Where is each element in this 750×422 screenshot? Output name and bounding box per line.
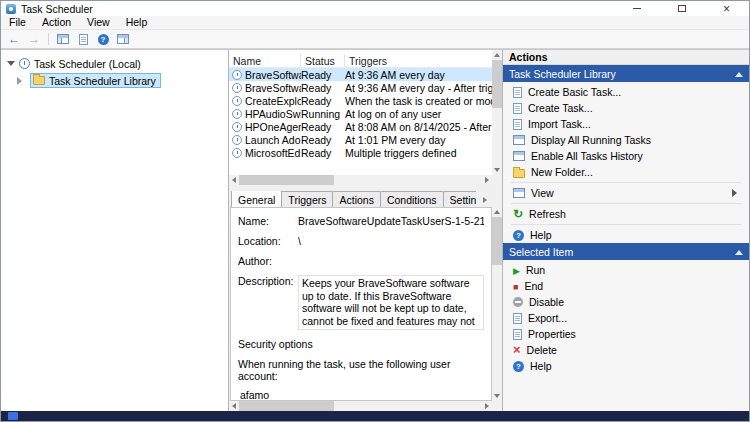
action-run[interactable]: Run (503, 262, 749, 278)
titlebar: Task Scheduler (1, 1, 749, 16)
back-button[interactable] (5, 31, 23, 47)
menu-help[interactable]: Help (118, 16, 156, 29)
task-icon (232, 109, 242, 119)
action-import-task[interactable]: Import Task... (503, 116, 749, 132)
table-row[interactable]: CreateExplor... Ready When the task is c… (229, 94, 492, 107)
action-display-all-running-tasks[interactable]: Display All Running Tasks (503, 132, 749, 148)
task-name: HPOneAgen... (245, 121, 301, 133)
action-disable[interactable]: Disable (503, 294, 749, 310)
section-header-task-scheduler-library[interactable]: Task Scheduler Library (503, 65, 749, 82)
section-header-selected-item[interactable]: Selected Item (503, 243, 749, 260)
details-horizontal-scrollbar[interactable] (229, 401, 492, 411)
task-status: Ready (301, 134, 345, 146)
action-refresh[interactable]: Refresh (503, 206, 749, 222)
maximize-button[interactable] (659, 1, 704, 16)
task-status: Ready (301, 147, 345, 159)
menu-view[interactable]: View (79, 16, 118, 29)
scroll-up-button[interactable] (492, 207, 502, 217)
forward-button[interactable] (25, 31, 43, 47)
details-vertical-scrollbar[interactable] (492, 207, 502, 401)
menu-action[interactable]: Action (34, 16, 79, 29)
task-scheduler-window: Task Scheduler File Action View Help Tas… (0, 0, 750, 422)
scrollbar-thumb[interactable] (239, 175, 334, 185)
scrollbar-thumb[interactable] (492, 217, 502, 265)
tab-general[interactable]: General (231, 191, 282, 207)
task-scheduler-icon (19, 58, 30, 69)
action-properties[interactable]: Properties (503, 326, 749, 342)
tree-selection[interactable]: Task Scheduler Library (30, 73, 161, 88)
actions-pane-title: Actions (503, 50, 749, 65)
tab-actions[interactable]: Actions (332, 191, 380, 207)
task-icon (232, 148, 242, 158)
menu-file[interactable]: File (1, 16, 34, 29)
actions-separator (511, 224, 741, 225)
action-new-folder[interactable]: New Folder... (503, 164, 749, 180)
action-label: Display All Running Tasks (531, 134, 651, 146)
action-end[interactable]: End (503, 278, 749, 294)
import-task-icon (513, 119, 522, 130)
scroll-down-button[interactable] (492, 165, 502, 175)
action-label: Create Task... (528, 102, 593, 114)
table-row[interactable]: MicrosoftEd... Ready Multiple triggers d… (229, 146, 492, 159)
scroll-up-button[interactable] (492, 50, 502, 60)
scroll-right-button[interactable] (482, 175, 492, 185)
export-list-button[interactable] (74, 31, 92, 47)
action-create-basic-task[interactable]: Create Basic Task... (503, 84, 749, 100)
tab-conditions[interactable]: Conditions (380, 191, 444, 207)
action-view[interactable]: View (503, 185, 749, 201)
table-row[interactable]: HPAudioSwi... Running At log on of any u… (229, 107, 492, 120)
tab-settings[interactable]: Settings (443, 191, 476, 207)
tab-scroll-right-button[interactable] (480, 195, 490, 205)
column-header-status[interactable]: Status (301, 54, 345, 67)
table-row[interactable]: BraveSoftwa... Ready At 9:36 AM every da… (229, 68, 492, 81)
create-basic-task-icon (513, 87, 522, 98)
show-console-tree-icon (57, 34, 69, 44)
show-console-tree-button[interactable] (54, 31, 72, 47)
task-list-horizontal-scrollbar[interactable] (229, 175, 492, 185)
task-name: BraveSoftwa... (245, 82, 301, 94)
task-list-pane: Name Status Triggers BraveSoftwa... Read… (229, 50, 502, 185)
task-name: BraveSoftwa... (245, 69, 301, 81)
location-label: Location: (238, 235, 298, 247)
action-delete[interactable]: Delete (503, 342, 749, 358)
minimize-button[interactable] (614, 1, 659, 16)
tree-expanded-icon[interactable] (7, 61, 15, 70)
tree-expand-icon[interactable] (17, 77, 26, 85)
action-create-task[interactable]: Create Task... (503, 100, 749, 116)
action-selected-help[interactable]: Help (503, 358, 749, 374)
security-options-title: Security options (238, 338, 484, 350)
tab-triggers[interactable]: Triggers (281, 191, 333, 207)
disable-icon (513, 297, 523, 307)
action-enable-all-tasks-history[interactable]: Enable All Tasks History (503, 148, 749, 164)
task-rows: BraveSoftwa... Ready At 9:36 AM every da… (229, 68, 492, 159)
task-triggers: When the task is created or modified (345, 95, 492, 107)
toolbar-help-button[interactable] (94, 31, 112, 47)
taskbar-app-icon[interactable] (8, 412, 18, 420)
windows-taskbar[interactable] (1, 411, 749, 421)
task-list-vertical-scrollbar[interactable] (492, 50, 502, 175)
column-header-triggers[interactable]: Triggers (345, 54, 492, 67)
scrollbar-thumb[interactable] (492, 60, 502, 108)
middle-column: Name Status Triggers BraveSoftwa... Read… (229, 50, 502, 411)
table-row[interactable]: Launch Ado... Ready At 1:01 PM every day (229, 133, 492, 146)
collapse-icon[interactable] (735, 246, 743, 255)
show-action-pane-button[interactable] (114, 31, 132, 47)
description-label: Description: (238, 275, 298, 330)
close-button[interactable] (704, 1, 749, 16)
table-row[interactable]: HPOneAgen... Ready At 8:08 AM on 8/14/20… (229, 120, 492, 133)
collapse-icon[interactable] (735, 68, 743, 77)
scroll-right-button[interactable] (482, 401, 492, 411)
action-label: Refresh (529, 208, 566, 220)
scrollbar-thumb[interactable] (239, 401, 334, 411)
scroll-left-button[interactable] (229, 175, 239, 185)
scroll-down-button[interactable] (492, 391, 502, 401)
column-header-name[interactable]: Name (229, 54, 301, 67)
submenu-chevron-icon (732, 189, 741, 197)
tree-item-task-scheduler-local[interactable]: Task Scheduler (Local) (1, 55, 228, 72)
table-row[interactable]: BraveSoftwa... Ready At 9:36 AM every da… (229, 81, 492, 94)
tree-item-task-scheduler-library[interactable]: Task Scheduler Library (1, 72, 228, 89)
action-export[interactable]: Export... (503, 310, 749, 326)
scroll-left-button[interactable] (229, 401, 239, 411)
action-label: Help (530, 229, 552, 241)
action-help[interactable]: Help (503, 227, 749, 243)
